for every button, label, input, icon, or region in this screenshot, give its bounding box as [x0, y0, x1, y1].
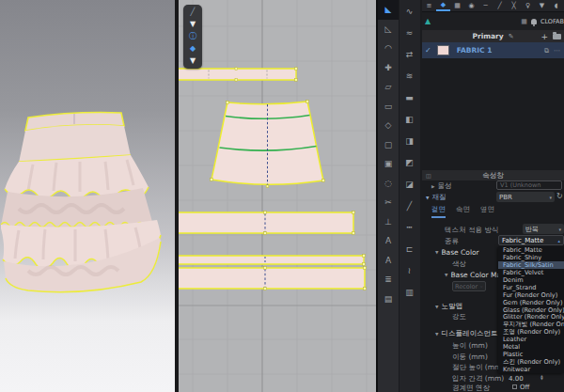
material-side-tab[interactable]: 속면 — [456, 205, 470, 218]
avatar-tab-icon[interactable]: ♀ — [521, 0, 535, 11]
fabric-type-option[interactable]: Gem (Render Only) — [498, 299, 564, 306]
collapse-icon[interactable]: ▼ — [445, 273, 447, 277]
internal-polygon-tool[interactable]: ▢ — [378, 135, 399, 155]
grading-tool[interactable]: ≣ — [378, 270, 399, 290]
collapse-icon[interactable]: ▼ — [435, 305, 438, 309]
edit-sewing-tool[interactable]: ⇄ — [400, 43, 419, 65]
base-color-section[interactable]: ▼ Base Color — [435, 248, 479, 257]
steam-iron-tool[interactable]: ▬ — [400, 86, 419, 108]
fabric-type-option[interactable]: Leather — [498, 336, 564, 343]
topstitch-tab-icon[interactable]: ─ — [478, 0, 493, 11]
collapse-icon[interactable]: ▼ — [435, 332, 438, 337]
shirt-accent-icon[interactable]: ▼ — [185, 55, 200, 67]
material-side-tab[interactable]: 겉면 — [431, 205, 446, 218]
dart-tool[interactable]: ◇ — [378, 116, 399, 135]
polygon-tool[interactable]: ▱ — [378, 77, 399, 97]
trace-tool[interactable]: ◌ — [378, 174, 399, 194]
pattern-piece-icon[interactable]: ◆ — [185, 43, 200, 55]
fabric-type-option[interactable]: Fabric_Velvet — [498, 269, 564, 276]
pattern-skirt-front[interactable] — [211, 101, 325, 188]
border-extend-checkbox[interactable] — [512, 384, 517, 389]
material-side-tab[interactable]: 옆면 — [480, 205, 494, 218]
fabric-type-option[interactable]: 조명 (Render Only) — [498, 328, 564, 336]
zigzag-stitch-tool[interactable]: ≀ — [400, 259, 419, 281]
free-sewing-tool[interactable]: ≈ — [400, 22, 419, 43]
measure-tape-tool[interactable]: ⊏ — [400, 238, 419, 259]
rectangle-tool[interactable]: ▭ — [378, 97, 399, 117]
folder-icon[interactable] — [553, 34, 561, 39]
mn-sewing-tool[interactable]: ≋ — [400, 65, 419, 86]
menu-list-icon[interactable]: ≡ — [422, 0, 436, 11]
draw-line-icon[interactable]: ╱ — [185, 7, 200, 18]
fabric-type-option[interactable]: Fabric_Silk/Satin — [498, 261, 564, 269]
fabric-list-item[interactable]: ✓ FABRIC 1 ⧉ ⋯ — [422, 42, 564, 58]
fabric-type-option[interactable]: Denim — [498, 276, 564, 284]
cut-sew-tool[interactable]: ✂ — [378, 193, 399, 212]
fabric-type-option[interactable]: Fabric_Shiny — [498, 254, 564, 261]
fabric-type-option[interactable]: 스킨 (Render Only) — [498, 358, 564, 366]
viewport-2d[interactable]: ╱▼ⓘ◆▼ — [179, 0, 376, 392]
edit-curvature-tool[interactable]: ◠ — [378, 39, 399, 58]
physics-preset-field[interactable]: V1 (Unknown — [496, 180, 562, 190]
fabric-type-option[interactable]: Fabric_Matte — [498, 246, 564, 254]
refresh-icon[interactable]: ↻ — [556, 192, 563, 200]
particle-distance-value[interactable]: 4.00 — [509, 375, 524, 383]
fabric-type-dropdown[interactable]: Fabric_Matte ▴ — [498, 235, 564, 245]
recolor-button[interactable]: Recolor ◦ — [452, 281, 486, 291]
texture-tab-icon[interactable]: ▦ — [450, 0, 464, 11]
fabric-type-option[interactable]: Plastic — [498, 351, 564, 358]
text-tool[interactable]: A — [378, 231, 399, 251]
view-mode-icon[interactable]: ▦ — [521, 18, 527, 25]
collapse-icon[interactable]: ▼ — [435, 250, 438, 255]
more-menu-icon[interactable]: ⋯ — [554, 47, 560, 55]
simulate-garment-tool[interactable]: ◩ — [400, 151, 419, 173]
displacement-map-section[interactable]: ▼ 디스플레이스먼트 맵 — [435, 329, 507, 338]
seam-allowance-tool[interactable]: ⊥ — [378, 212, 399, 232]
fabric-type-option[interactable]: Glitter (Render Only) — [498, 313, 564, 321]
garment-tab-icon[interactable]: ▼ — [535, 0, 549, 11]
annotation-tool[interactable]: A — [378, 251, 399, 271]
trim-tab-icon[interactable]: ◖ — [549, 0, 563, 11]
shader-dropdown[interactable]: PBR ▾ — [496, 192, 555, 202]
collapse-icon[interactable]: ▼ — [426, 196, 429, 200]
notification-bell-icon[interactable] — [531, 19, 537, 24]
stitch-tab-icon[interactable]: ╱ — [493, 0, 507, 11]
basting-tool[interactable]: ┅ — [400, 216, 419, 238]
info-icon[interactable]: ⓘ — [185, 31, 200, 42]
arrangement-tool[interactable]: ◨ — [400, 130, 419, 151]
fabric-type-option[interactable]: Knitwear — [498, 366, 564, 373]
texture-mode-dropdown[interactable]: 반복 ▾ — [523, 224, 564, 234]
collapse-icon[interactable]: ▶ — [431, 184, 434, 189]
fabric-type-option[interactable]: 무지개빛 (Render Only) — [498, 321, 564, 328]
fold-arrangement-tool[interactable]: ◧ — [400, 108, 419, 130]
transform-pattern-tool[interactable]: ◣ — [378, 0, 399, 20]
fabric-type-option[interactable]: Fur_Strand — [498, 284, 564, 291]
physics-section-row[interactable]: ▶ 물성 — [431, 181, 451, 191]
viewport-3d[interactable] — [0, 0, 177, 392]
pin-icon[interactable]: ◫ — [426, 172, 431, 179]
puckering-tab-icon[interactable]: ╳ — [507, 0, 521, 11]
base-color-map-section[interactable]: ▼ Base Color Map — [445, 271, 506, 279]
shirt-icon[interactable]: ▼ — [185, 19, 200, 30]
add-fabric-button[interactable]: + — [540, 32, 548, 41]
button-tab-icon[interactable]: ◉ — [464, 0, 478, 11]
edit-pattern-tool[interactable]: ◺ — [378, 20, 399, 39]
material-section-row[interactable]: ▼ 재질 — [426, 193, 446, 202]
notification-text[interactable]: CLOFAB — [540, 18, 564, 25]
seam-line-tool[interactable]: ╱ — [400, 195, 419, 216]
normal-map-section[interactable]: ▼ 노말맵 — [435, 302, 462, 311]
segment-sewing-tool[interactable]: ∿ — [400, 0, 419, 22]
fabric-type-option[interactable]: Glass (Render Only) — [498, 306, 564, 314]
fabric-tab-icon[interactable]: ◆ — [436, 0, 450, 11]
pattern-ruffle-strip-2[interactable] — [179, 267, 366, 290]
fabric-type-option[interactable]: Fur (Render Only) — [498, 291, 564, 299]
pattern-waistband[interactable] — [179, 68, 297, 81]
check-icon[interactable]: ✓ — [425, 46, 431, 55]
internal-rectangle-tool[interactable]: ▣ — [378, 154, 399, 174]
fabric-type-option[interactable]: Metal — [498, 343, 564, 351]
uv-editor-tool[interactable]: ▤ — [378, 290, 399, 309]
pattern-binding-strip[interactable] — [179, 255, 365, 266]
viewport-divider[interactable] — [175, 0, 179, 392]
strengthen-garment-tool[interactable]: ◪ — [400, 173, 419, 195]
edit-pencil-icon[interactable]: ✎ — [509, 33, 514, 40]
